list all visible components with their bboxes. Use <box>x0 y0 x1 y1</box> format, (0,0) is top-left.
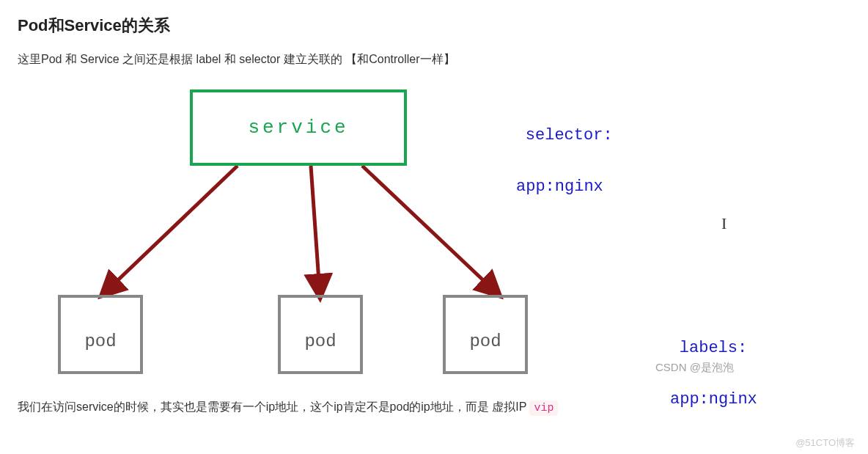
selector-value: app:nginx <box>487 174 613 199</box>
intro-paragraph: 这里Pod 和 Service 之间还是根据 label 和 selector … <box>18 50 850 69</box>
selector-key: selector: <box>526 126 613 144</box>
section-heading: Pod和Service的关系 <box>18 15 850 37</box>
closing-text: 我们在访问service的时候，其实也是需要有一个ip地址，这个ip肯定不是po… <box>18 400 529 413</box>
service-pod-diagram: service pod pod pod selector: app:nginx … <box>18 82 751 390</box>
pod-box-3-label: pod <box>469 332 501 351</box>
svg-line-1 <box>311 166 320 292</box>
labels-key: labels: <box>680 339 747 357</box>
pod-box-2: pod <box>278 295 363 374</box>
service-box-label: service <box>248 117 348 139</box>
pod-box-1-label: pod <box>84 332 116 351</box>
csdn-watermark: CSDN @是泡泡 <box>655 361 734 375</box>
svg-line-0 <box>106 166 238 292</box>
pod-box-3: pod <box>443 295 528 374</box>
svg-line-2 <box>362 166 496 292</box>
footer-watermark: @51CTO博客 <box>795 436 855 445</box>
pod-box-2-label: pod <box>304 332 336 351</box>
text-cursor-icon: I <box>721 214 727 233</box>
labels-value: app:nginx <box>641 387 757 412</box>
pod-box-1: pod <box>58 295 143 374</box>
labels-annotation: labels: app:nginx <box>641 310 757 445</box>
vip-code: vip <box>529 400 558 416</box>
selector-annotation: selector: app:nginx <box>487 97 613 252</box>
service-box: service <box>190 89 407 166</box>
